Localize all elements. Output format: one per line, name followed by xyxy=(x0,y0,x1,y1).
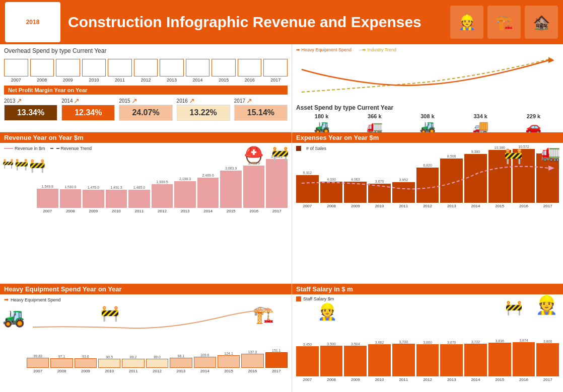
hbar-2009: 93.6 2009 xyxy=(75,355,97,373)
profit-arrow-up-2: ↗ xyxy=(74,97,80,105)
sbar-2010-bar xyxy=(368,344,391,376)
staff-chart: 3,450 2007 3,500 2008 3,504 2009 xyxy=(296,327,559,382)
sbar-2015-bar xyxy=(488,343,511,376)
rev-legend-1: Revenue in $m xyxy=(4,146,45,151)
rev-bar-2017-bar xyxy=(266,159,288,208)
hbar-2008-bar xyxy=(50,358,73,368)
year-2015: 2015 xyxy=(212,77,236,83)
overhead-bar-2012 xyxy=(134,59,158,76)
sbar-2011-bar xyxy=(392,344,415,376)
sbar-2009: 3,504 2009 xyxy=(344,342,367,382)
hbar-2008: 97.1 2008 xyxy=(50,355,73,373)
sbar-2015: 3,816 2015 xyxy=(488,339,511,382)
worker2-decoration: 👷 xyxy=(535,294,558,316)
dashboard: 2018 Construction Infographic Revenue an… xyxy=(0,0,563,392)
heavy-spend-legend: ➡ Heavy Equipment Spend xyxy=(4,296,288,303)
profit-value-2013: 13.34% xyxy=(4,105,57,121)
year-2014: 2014 xyxy=(186,77,210,83)
rev-bar-2009: 1,476.0 2009 xyxy=(83,186,104,213)
traffic-cones: 🚧 🚧 🚧 xyxy=(3,158,45,174)
rev-bar-2015-bar xyxy=(220,171,242,208)
cone-icon-3: 🚧 xyxy=(29,158,45,174)
sbar-2016-bar xyxy=(513,342,535,376)
sbar-2009-bar xyxy=(344,346,367,376)
heavy-spend-arrow: ➡ xyxy=(4,296,9,303)
profit-card-2015: 2015 ↗ 24.07% xyxy=(119,97,172,121)
staff-section: Staff Salary in $ m Staff Salary $m 👷 🚧 … xyxy=(292,284,563,392)
heavy-spend-header: Heavy Equipment Spend Year on Year xyxy=(0,284,292,294)
profit-value-2014: 12.34% xyxy=(61,105,115,121)
hbar-2017: 151.1 2017 xyxy=(265,349,288,373)
sbar-2007-bar xyxy=(296,346,319,376)
revenue-section: Revenue Year on Year $m Revenue in $m Re… xyxy=(0,132,292,283)
worker-icon: 👷 xyxy=(450,6,483,39)
revenue-header: Revenue Year on Year $m xyxy=(0,132,292,143)
cone-icon-2: 🚧 xyxy=(15,158,28,174)
logo: 2018 xyxy=(5,2,60,42)
sbar-2016: 3,874 2016 xyxy=(513,339,535,382)
profit-value-2015: 24.07% xyxy=(119,105,172,121)
hbar-2014: 109.6 2014 xyxy=(194,353,216,373)
hbar-2011: 89.2 2011 xyxy=(122,355,144,373)
hbar-2007: 99.83 2007 xyxy=(27,354,49,373)
earthmover-amount: 366 k xyxy=(368,113,382,119)
heavy-spend-chart: 99.83 2007 97.1 2008 93.6 2009 xyxy=(4,333,288,373)
sbar-2007: 3,450 2007 xyxy=(296,343,319,382)
overhead-bar-2015 xyxy=(212,59,236,76)
rev-bar-2013: 2,198.3 2013 xyxy=(174,177,196,213)
rev-line-icon xyxy=(4,148,13,149)
hbar-2017-bar xyxy=(265,352,288,368)
profit-value-2017: 15.14% xyxy=(234,105,288,121)
header: 2018 Construction Infographic Revenue an… xyxy=(0,0,563,44)
hbar-2007-bar xyxy=(27,358,49,368)
construction-icon: 🏚️ xyxy=(525,6,558,39)
hbar-2014-bar xyxy=(194,357,216,368)
year-2009: 2009 xyxy=(56,77,80,83)
rev-bar-2008: 1,530.0 2008 xyxy=(60,185,82,213)
profit-card-2013: 2013 ↗ 13.34% xyxy=(4,97,57,121)
profit-arrow-up-4: ↗ xyxy=(189,97,195,105)
netprofit-header: Net Profit Margin Year on Year xyxy=(4,86,288,95)
cone-icon-1: 🚧 xyxy=(3,158,14,174)
page-title: Construction Infographic Revenue and Exp… xyxy=(68,14,450,31)
expenses-header: Expenses Year on Year $m xyxy=(292,132,563,143)
rev-bar-2012: 1,939.5 2012 xyxy=(152,180,173,213)
overhead-bar-2016 xyxy=(238,59,262,76)
overhead-title: Overhead Spend by type Current Year xyxy=(4,47,288,54)
profit-year-2015: 2015 ↗ xyxy=(119,97,172,105)
profit-card-2016: 2016 ↗ 13.22% xyxy=(177,97,230,121)
staff-header: Staff Salary in $ m xyxy=(292,284,563,294)
hbar-2015-bar xyxy=(218,355,240,368)
staff-sign-icon: 🚧 xyxy=(505,300,523,316)
profit-arrow-up-5: ↗ xyxy=(246,97,252,105)
rev-bar-2015: 3,063.9 2015 xyxy=(220,167,242,213)
profit-value-2016: 13.22% xyxy=(177,105,230,121)
year-2007: 2007 xyxy=(4,77,28,83)
rev-bar-2008-bar xyxy=(60,189,82,208)
profit-year-2013: 2013 ↗ xyxy=(4,97,57,105)
sbar-2010: 3,662 2010 xyxy=(368,341,391,382)
exp-legend-square xyxy=(296,146,301,151)
year-2010: 2010 xyxy=(82,77,106,83)
hbar-2016: 137.3 2016 xyxy=(241,350,263,373)
exp-trend-line xyxy=(292,153,563,193)
profit-year-2014: 2014 ↗ xyxy=(61,97,115,105)
heavy-chart: ➡ Heavy Equipment Spend --➡ Industry Tre… xyxy=(292,44,563,102)
sbar-2008: 3,500 2008 xyxy=(320,342,343,382)
sbar-2017: 3,800 2017 xyxy=(536,340,559,382)
profit-card-2014: 2014 ↗ 12.34% xyxy=(61,97,115,121)
hbar-2016-bar xyxy=(241,354,263,368)
rev-bar-2012-bar xyxy=(152,184,173,208)
overhead-bar-2010 xyxy=(82,59,106,76)
sbar-2013: 3,670 2013 xyxy=(440,341,463,382)
worker1-icon: 👷 xyxy=(317,302,337,321)
overhead-bar-2009 xyxy=(56,59,80,76)
year-2017: 2017 xyxy=(263,77,288,83)
hbar-2012-bar xyxy=(146,359,168,368)
rev-bar-2014-bar xyxy=(197,178,219,208)
roller-amount: 229 k xyxy=(527,113,541,119)
hbar-2011-bar xyxy=(122,359,144,368)
profit-arrow-up-1: ↗ xyxy=(16,97,22,105)
sbar-2014: 3,722 2014 xyxy=(464,340,487,382)
heavy-spend-section: Heavy Equipment Spend Year on Year ➡ Hea… xyxy=(0,284,292,392)
